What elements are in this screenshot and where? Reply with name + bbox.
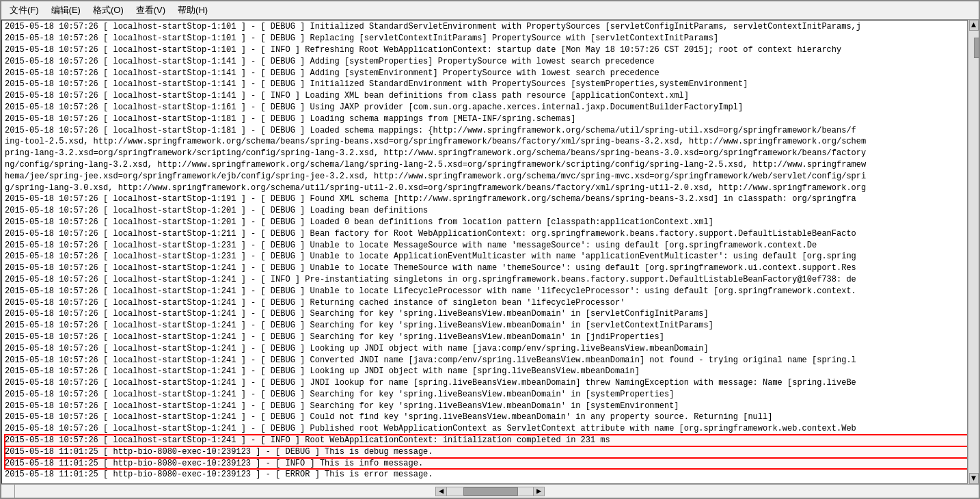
- log-line: 2015-05-18 10:57:26 [ localhost-startSto…: [5, 193, 968, 205]
- log-line: ing-tool-2.5.xsd, http://www.springframe…: [5, 136, 968, 148]
- menu-help[interactable]: 帮助(H): [172, 3, 213, 18]
- log-line: 2015-05-18 10:57:26 [ localhost-startSto…: [5, 332, 968, 343]
- log-line: 2015-05-18 10:57:26 [ localhost-startSto…: [5, 377, 968, 389]
- menubar: 文件(F) 编辑(E) 格式(O) 查看(V) 帮助(H): [1, 1, 979, 20]
- log-line: 2015-05-18 10:57:26 [ localhost-startSto…: [5, 251, 968, 262]
- menu-edit[interactable]: 编辑(E): [46, 3, 86, 18]
- menu-format[interactable]: 格式(O): [87, 3, 129, 18]
- menu-view[interactable]: 查看(V): [131, 3, 171, 18]
- log-line: ng/config/spring-lang-3.2.xsd, http://ww…: [5, 159, 968, 171]
- log-line: 2015-05-18 10:57:26 [ localhost-startSto…: [5, 308, 968, 320]
- scroll-left-btn[interactable]: ◀: [436, 487, 447, 496]
- log-line: 2015-05-18 11:01:25 [ http-bio-8080-exec…: [5, 446, 968, 458]
- log-line: 2015-05-18 10:57:26 [ localhost-startSto…: [5, 240, 968, 252]
- scroll-up-btn[interactable]: ▲: [969, 20, 979, 31]
- log-content: 2015-05-18 10:57:26 [ localhost-startSto…: [2, 20, 968, 482]
- main-window: 文件(F) 编辑(E) 格式(O) 查看(V) 帮助(H) 2015-05-18…: [0, 0, 980, 499]
- log-line: 2015-05-18 10:57:26 [ localhost-startSto…: [5, 355, 968, 366]
- log-line: 2015-05-18 10:57:26 [ localhost-startSto…: [5, 274, 968, 286]
- log-container[interactable]: 2015-05-18 10:57:26 [ localhost-startSto…: [1, 20, 968, 484]
- status-left: [1, 485, 15, 498]
- log-line: pring-lang-3.2.xsd=org/springframework/s…: [5, 148, 968, 159]
- log-line: 2015-05-18 10:57:26 [ localhost-startSto…: [5, 435, 968, 446]
- scroll-thumb[interactable]: [974, 38, 979, 58]
- log-line: 2015-05-18 10:57:26 [ localhost-startSto…: [5, 262, 968, 274]
- menu-file[interactable]: 文件(F): [4, 3, 44, 18]
- log-line: 2015-05-18 10:57:26 [ localhost-startSto…: [5, 56, 968, 68]
- vertical-scrollbar[interactable]: ▲ ▼: [968, 20, 979, 484]
- log-line: hema/jee/spring-jee.xsd=org/springframew…: [5, 171, 968, 183]
- log-line: 2015-05-18 10:57:26 [ localhost-startSto…: [5, 297, 968, 309]
- log-line: 2015-05-18 10:57:26 [ localhost-startSto…: [5, 68, 968, 79]
- scroll-right-btn[interactable]: ▶: [533, 487, 544, 496]
- statusbar: ◀ ▶: [1, 484, 979, 498]
- log-line: 2015-05-18 11:01:25 [ http-bio-8080-exec…: [5, 458, 968, 470]
- log-line: 2015-05-18 10:57:26 [ localhost-startSto…: [5, 423, 968, 435]
- log-line: 2015-05-18 10:57:26 [ localhost-startSto…: [5, 113, 968, 125]
- log-line: 2015-05-18 10:57:26 [ localhost-startSto…: [5, 389, 968, 401]
- horizontal-scrollbar[interactable]: ◀ ▶: [435, 487, 545, 496]
- scroll-down-btn[interactable]: ▼: [969, 473, 979, 484]
- log-line: 2015-05-18 10:57:26 [ localhost-startSto…: [5, 102, 968, 113]
- log-line: 2015-05-18 10:57:26 [ localhost-startSto…: [5, 320, 968, 332]
- main-area: 2015-05-18 10:57:26 [ localhost-startSto…: [1, 20, 979, 484]
- log-line: 2015-05-18 10:57:26 [ localhost-startSto…: [5, 90, 968, 102]
- log-line: 2015-05-18 10:57:26 [ localhost-startSto…: [5, 412, 968, 423]
- log-line: 2015-05-18 10:57:26 [ localhost-startSto…: [5, 205, 968, 217]
- h-scroll-thumb[interactable]: [463, 487, 518, 496]
- log-line: 2015-05-18 10:57:26 [ localhost-startSto…: [5, 21, 968, 33]
- log-line: g/spring-lang-3.0.xsd, http://www.spring…: [5, 183, 968, 194]
- log-line: 2015-05-18 11:01:25 [ http-bio-8080-exec…: [5, 469, 968, 481]
- status-center: ◀ ▶: [15, 487, 965, 496]
- log-line: 2015-05-18 10:57:26 [ localhost-startSto…: [5, 343, 968, 355]
- log-line: 2015-05-18 10:57:26 [ localhost-startSto…: [5, 79, 968, 90]
- log-line: 2015-05-18 10:57:26 [ localhost-startSto…: [5, 33, 968, 44]
- log-line: 2015-05-18 10:57:26 [ localhost-startSto…: [5, 401, 968, 412]
- log-line: 2015-05-18 10:57:26 [ localhost-startSto…: [5, 286, 968, 297]
- log-line: 2015-05-18 10:57:26 [ localhost-startSto…: [5, 366, 968, 377]
- log-line: 2015-05-18 10:57:26 [ localhost-startSto…: [5, 217, 968, 228]
- log-line: 2015-05-18 10:57:26 [ localhost-startSto…: [5, 44, 968, 56]
- log-line: 2015-05-18 10:57:26 [ localhost-startSto…: [5, 228, 968, 240]
- log-line: 2015-05-18 10:57:26 [ localhost-startSto…: [5, 125, 968, 137]
